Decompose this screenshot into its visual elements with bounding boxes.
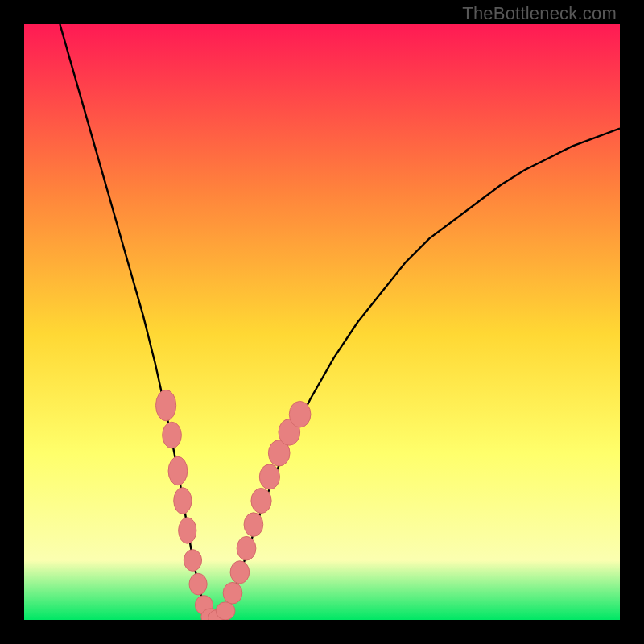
data-marker	[216, 602, 235, 620]
data-marker	[244, 513, 263, 537]
data-marker	[189, 573, 207, 595]
data-marker	[156, 390, 176, 420]
plot-area	[24, 24, 620, 620]
data-marker	[259, 464, 279, 489]
data-marker	[174, 488, 192, 514]
chart-frame: TheBottleneck.com	[0, 0, 644, 644]
data-marker	[223, 582, 242, 604]
gradient-background	[24, 24, 620, 620]
watermark-text: TheBottleneck.com	[462, 3, 617, 24]
data-marker	[179, 518, 196, 544]
data-marker	[168, 456, 188, 485]
data-marker	[237, 536, 256, 560]
data-marker	[230, 561, 250, 584]
data-marker	[184, 550, 201, 572]
data-marker	[163, 422, 182, 448]
plot-svg	[24, 24, 620, 620]
data-marker	[289, 401, 311, 427]
data-marker	[251, 488, 271, 513]
